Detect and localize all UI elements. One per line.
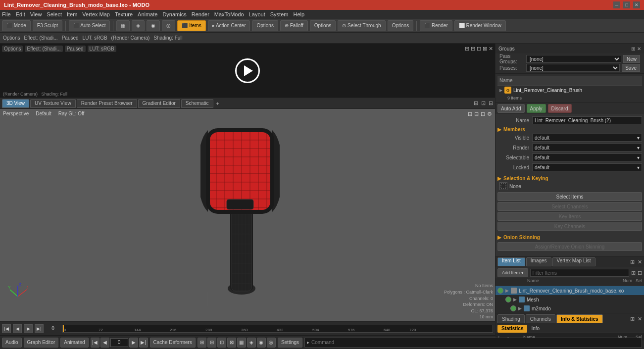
- item-arrow-mesh[interactable]: ▶: [513, 297, 517, 302]
- item-list-icon-2[interactable]: ✕: [638, 259, 642, 265]
- vp-icon-2[interactable]: ⊟: [474, 111, 479, 117]
- group-item-1[interactable]: ▶ G Lint_Remover_Cleaning_Brush: [497, 86, 642, 95]
- maximize-button[interactable]: □: [623, 1, 630, 8]
- stats-icon-2[interactable]: ✕: [638, 316, 642, 322]
- viewport-icon-3[interactable]: ⊟: [489, 100, 493, 106]
- menu-vertexmap[interactable]: Vertex Map: [82, 11, 110, 17]
- tab-uv-texture[interactable]: UV Texture View: [30, 99, 76, 108]
- render-window-button[interactable]: ⬜ Render Window: [454, 20, 506, 31]
- cache-deformers-button[interactable]: Cache Deformers: [150, 338, 196, 348]
- groups-icon-2[interactable]: ✕: [637, 46, 641, 51]
- passes-select[interactable]: [none]: [526, 64, 620, 72]
- close-button[interactable]: ✕: [633, 1, 640, 8]
- selection-header[interactable]: ▶ Selection & Keying: [497, 175, 642, 182]
- timeline-start-btn[interactable]: |◀: [2, 324, 11, 333]
- tab-info-statistics[interactable]: Info & Statistics: [556, 314, 603, 323]
- timeline-prev-btn[interactable]: ◀: [13, 324, 22, 333]
- tab-images[interactable]: Images: [526, 257, 551, 266]
- sculpt-button[interactable]: F3 Sculpt: [33, 20, 62, 31]
- groups-icon-1[interactable]: ⊞: [631, 46, 635, 51]
- play-button[interactable]: [235, 58, 260, 83]
- item-list-icon-1[interactable]: ⊞: [630, 259, 635, 265]
- menu-system[interactable]: System: [270, 11, 289, 17]
- options-button-3[interactable]: Options: [388, 20, 413, 31]
- select-through-button[interactable]: ⊙ Select Through: [338, 20, 385, 31]
- key-items-btn[interactable]: Key Items: [497, 212, 642, 221]
- footer-icon-3[interactable]: ⊡: [217, 338, 226, 348]
- preview-icon-2[interactable]: ⊟: [471, 46, 475, 52]
- subtab-statistics[interactable]: Statistics: [497, 325, 527, 333]
- menu-maxtomodo[interactable]: MaxToModo: [214, 11, 244, 17]
- timeline-play-btn[interactable]: ▶: [24, 324, 33, 333]
- selectable-value[interactable]: default ▾: [532, 153, 642, 161]
- item-row-mesh[interactable]: ▶ Mesh: [495, 295, 644, 304]
- transport-back[interactable]: |◀: [91, 338, 99, 348]
- passes-save-btn[interactable]: Save: [622, 64, 640, 72]
- command-input[interactable]: [309, 338, 640, 348]
- options-button-1[interactable]: Options: [252, 20, 278, 31]
- menu-view[interactable]: View: [30, 11, 42, 17]
- pass-groups-select[interactable]: [none]: [526, 55, 621, 63]
- menu-texture[interactable]: Texture: [115, 11, 133, 17]
- menu-item[interactable]: Item: [67, 11, 77, 17]
- viewport-icon-2[interactable]: ⊡: [481, 100, 486, 106]
- footer-icon-7[interactable]: ◉: [257, 338, 266, 348]
- item-eye-m2modo[interactable]: [510, 305, 516, 311]
- item-list-toolbar-icon-1[interactable]: ⊞: [631, 270, 636, 276]
- render-button[interactable]: ⬛ Render: [420, 20, 452, 31]
- tab-item-list[interactable]: Item List: [497, 257, 525, 266]
- tab-gradient-editor[interactable]: Gradient Editor: [138, 99, 180, 108]
- footer-icon-5[interactable]: ▦: [237, 338, 246, 348]
- vp-icon-1[interactable]: ⊞: [468, 111, 472, 117]
- timeline-next-btn[interactable]: ▶|: [35, 324, 44, 333]
- pass-groups-new-btn[interactable]: New: [623, 55, 640, 63]
- transport-next[interactable]: ▶|: [139, 338, 148, 348]
- select-items-btn[interactable]: Select Items: [497, 192, 642, 201]
- footer-icon-1[interactable]: ⊞: [198, 338, 206, 348]
- viewport-icon-1[interactable]: ⊞: [474, 100, 478, 106]
- item-arrow-m2modo[interactable]: ▶: [518, 306, 522, 311]
- add-viewport-tab[interactable]: +: [214, 100, 221, 106]
- item-row-m2modo[interactable]: ▶ m2modo: [495, 304, 644, 313]
- menu-layout[interactable]: Layout: [249, 11, 265, 17]
- menu-render[interactable]: Render: [192, 11, 209, 17]
- item-list-toolbar-icon-2[interactable]: ⊟: [638, 270, 642, 276]
- stats-icon-1[interactable]: ⊞: [630, 316, 635, 322]
- menu-file[interactable]: File: [2, 11, 11, 17]
- item-eye-mesh[interactable]: [505, 297, 511, 302]
- menu-animate[interactable]: Animate: [138, 11, 157, 17]
- action-center-button[interactable]: ▸ Action Center: [208, 20, 250, 31]
- transport-prev[interactable]: ◀: [100, 338, 109, 348]
- tool3[interactable]: ◉: [147, 20, 160, 31]
- menu-select[interactable]: Select: [47, 11, 62, 17]
- falloff-button[interactable]: ⊕ Falloff: [280, 20, 308, 31]
- preview-icon-5[interactable]: ✕: [489, 46, 493, 52]
- add-item-btn[interactable]: Add Item ▾: [497, 268, 528, 277]
- mode-button[interactable]: ⬛ Mode: [2, 20, 31, 31]
- footer-icon-6[interactable]: ◈: [247, 338, 256, 348]
- render-value[interactable]: default ▾: [532, 144, 642, 151]
- discard-btn[interactable]: Discard: [548, 104, 572, 113]
- menu-help[interactable]: Help: [293, 11, 304, 17]
- item-row-scene[interactable]: ▶ Lint_Remover_Cleaning_Brush_modo_base.…: [495, 286, 644, 295]
- footer-icon-4[interactable]: ⊠: [227, 338, 236, 348]
- menu-edit[interactable]: Edit: [16, 11, 25, 17]
- options-button-2[interactable]: Options: [310, 20, 336, 31]
- assign-remove-btn[interactable]: Assign/Remove Onion Skinning: [497, 242, 642, 251]
- footer-icon-2[interactable]: ⊟: [207, 338, 216, 348]
- viewport-3d[interactable]: Perspective Default Ray GL: Off ⊞ ⊟ ⊡ ⚙: [0, 109, 495, 321]
- item-eye-scene[interactable]: [497, 288, 503, 294]
- onion-header[interactable]: ▶ Onion Skinning: [497, 234, 642, 241]
- auto-add-btn[interactable]: Auto Add: [497, 104, 525, 113]
- menu-dynamics[interactable]: Dynamics: [162, 11, 186, 17]
- visible-value[interactable]: default ▾: [532, 134, 642, 142]
- frame-input[interactable]: [110, 338, 128, 347]
- tab-shading[interactable]: Shading: [497, 314, 525, 323]
- key-channels-btn[interactable]: Key Channels: [497, 222, 642, 231]
- tab-render-preset[interactable]: Render Preset Browser: [77, 99, 137, 108]
- select-channels-btn[interactable]: Select Channels: [497, 202, 642, 211]
- auto-select-button[interactable]: ⬛ Auto Select: [69, 20, 110, 31]
- command-bar[interactable]: ▸: [304, 338, 642, 348]
- group-expand-icon[interactable]: ▶: [499, 88, 502, 93]
- filter-items-input[interactable]: Filter Items: [530, 269, 629, 277]
